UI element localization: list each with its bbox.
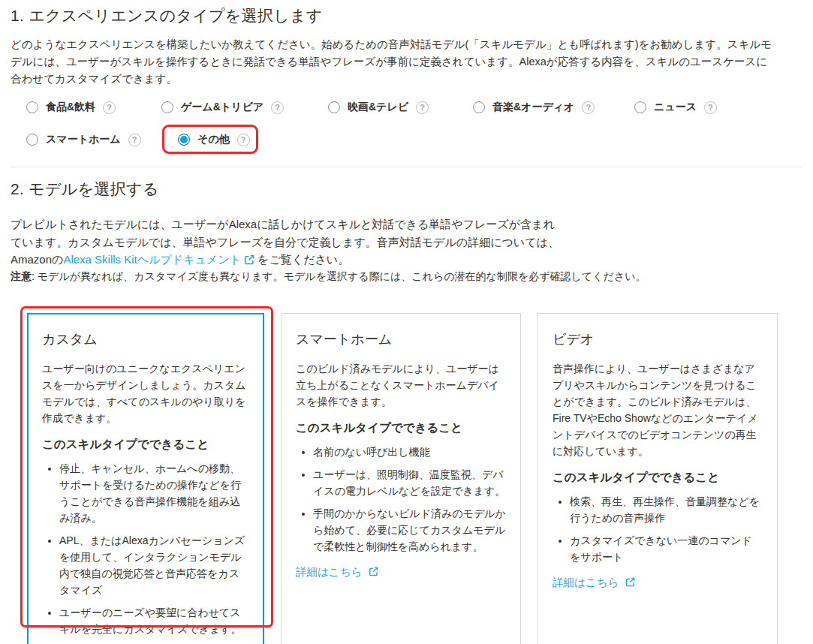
help-icon[interactable]: ? xyxy=(237,134,250,146)
card-bullet-list: 検索、再生、再生操作、音量調整などを行うための音声操作 カスタマイズできない一連… xyxy=(553,493,763,565)
link-label: Alexa Skills Kitヘルプドキュメント xyxy=(63,253,241,266)
section-1-description: どのようなエクスペリエンスを構築したいか教えてください。始めるための音声対話モデ… xyxy=(11,36,778,88)
radio-option-news[interactable]: ニュース ? xyxy=(634,99,717,116)
card-capabilities-heading: このスキルタイプでできること xyxy=(42,437,249,453)
learn-more-link[interactable]: 詳細はこちら xyxy=(553,576,635,590)
card-bullet: 検索、再生、再生操作、音量調整などを行うための音声操作 xyxy=(570,493,763,526)
intro-text-after: をご覧ください。 xyxy=(254,253,349,266)
radio-option-smart-home[interactable]: スマートホーム ? xyxy=(26,131,141,148)
learn-more-label: 詳細はこちら xyxy=(553,576,619,590)
card-bullet: 手間のかからないビルド済みのモデルから始めて、必要に応じてカスタムモデルで柔軟性… xyxy=(313,505,506,555)
card-bullet: 名前のない呼び出し機能 xyxy=(313,444,506,460)
section-divider xyxy=(11,167,802,167)
radio-circle[interactable] xyxy=(26,101,38,113)
radio-option-food-drink[interactable]: 食品&飲料 ? xyxy=(26,99,116,116)
card-title: ビデオ xyxy=(553,330,763,348)
card-bullet: ユーザーは、照明制御、温度監視、デバイスの電力レベルなどを設定できます。 xyxy=(313,466,506,499)
section-2-intro: プレビルトされたモデルには、ユーザーがAlexaに話しかけてスキルと対話できる単… xyxy=(11,215,564,270)
radio-label: ニュース xyxy=(654,101,697,114)
section-1-heading: 1. エクスペリエンスのタイプを選択します xyxy=(11,5,323,26)
card-bullet: APL、またはAlexaカンバセーションズを使用して、インタラクションモデル内で… xyxy=(59,532,249,598)
external-link-icon xyxy=(244,252,254,270)
help-icon[interactable]: ? xyxy=(271,101,284,114)
card-title: スマートホーム xyxy=(296,330,506,348)
radio-circle[interactable] xyxy=(161,101,173,113)
card-title: カスタム xyxy=(42,330,249,348)
experience-radio-row-2: スマートホーム ? その他 ? xyxy=(0,131,813,148)
radio-option-movies-tv[interactable]: 映画&テレビ ? xyxy=(328,99,429,116)
model-card-video[interactable]: ビデオ 音声操作により、ユーザーはさまざまなアプリやスキルからコンテンツを見つけ… xyxy=(537,313,778,644)
radio-circle-selected[interactable] xyxy=(178,134,190,146)
card-bullet-list: 停止、キャンセル、ホームへの移動、サポートを受けるための操作などを行うことができ… xyxy=(42,460,249,637)
radio-option-other[interactable]: その他 ? xyxy=(178,131,250,148)
radio-label: 映画&テレビ xyxy=(348,101,408,114)
help-icon[interactable]: ? xyxy=(416,101,429,114)
model-note: 注意: モデルが異なれば、カスタマイズ度も異なります。モデルを選択する際には、こ… xyxy=(11,270,791,284)
external-link-icon xyxy=(369,567,378,579)
radio-label: 食品&飲料 xyxy=(46,101,95,114)
card-bullet: カスタマイズできない一連のコマンドをサポート xyxy=(570,532,763,565)
help-icon[interactable]: ? xyxy=(128,134,141,146)
learn-more-link[interactable]: 詳細はこちら xyxy=(296,565,378,579)
card-description: このビルド済みモデルにより、ユーザーは立ち上がることなくスマートホームデバイスを… xyxy=(296,360,506,410)
radio-circle[interactable] xyxy=(634,101,646,113)
help-icon[interactable]: ? xyxy=(582,101,595,114)
help-icon[interactable]: ? xyxy=(103,101,116,114)
note-text: : モデルが異なれば、カスタマイズ度も異なります。モデルを選択する際には、これら… xyxy=(32,270,646,282)
card-bullet: 停止、キャンセル、ホームへの移動、サポートを受けるための操作などを行うことができ… xyxy=(59,460,249,526)
radio-circle[interactable] xyxy=(473,101,485,113)
alexa-skills-kit-help-link[interactable]: Alexa Skills Kitヘルプドキュメント xyxy=(63,253,254,266)
model-card-smart-home[interactable]: スマートホーム このビルド済みモデルにより、ユーザーは立ち上がることなくスマート… xyxy=(281,313,521,644)
experience-radio-row-1: 食品&飲料 ? ゲーム&トリビア ? 映画&テレビ ? 音楽&オーディオ ? ニ… xyxy=(0,99,813,116)
card-capabilities-heading: このスキルタイプでできること xyxy=(296,420,506,436)
card-capabilities-heading: このスキルタイプでできること xyxy=(553,470,763,486)
radio-label: 音楽&オーディオ xyxy=(492,101,574,114)
external-link-icon xyxy=(625,577,635,589)
radio-label: ゲーム&トリビア xyxy=(181,101,263,114)
note-label: 注意 xyxy=(11,270,32,282)
card-bullet-list: 名前のない呼び出し機能 ユーザーは、照明制御、温度監視、デバイスの電力レベルなど… xyxy=(296,444,506,555)
learn-more-label: 詳細はこちら xyxy=(296,565,362,579)
radio-option-games-trivia[interactable]: ゲーム&トリビア ? xyxy=(161,99,284,116)
radio-circle[interactable] xyxy=(328,101,340,113)
card-bullet: ユーザーのニーズや要望に合わせてスキルを完全にカスタマイズできます。 xyxy=(59,604,249,637)
section-2-heading: 2. モデルを選択する xyxy=(11,179,159,200)
radio-label: その他 xyxy=(197,133,230,146)
card-description: ユーザー向けのユニークなエクスペリエンスを一からデザインしましょう。カスタムモデ… xyxy=(42,360,249,426)
help-icon[interactable]: ? xyxy=(704,101,717,114)
radio-label: スマートホーム xyxy=(46,133,121,146)
radio-option-music-audio[interactable]: 音楽&オーディオ ? xyxy=(473,99,595,116)
radio-circle[interactable] xyxy=(26,134,38,146)
card-description: 音声操作により、ユーザーはさまざまなアプリやスキルからコンテンツを見つけることが… xyxy=(553,360,763,459)
model-card-custom[interactable]: カスタム ユーザー向けのユニークなエクスペリエンスを一からデザインしましょう。カ… xyxy=(27,313,264,644)
